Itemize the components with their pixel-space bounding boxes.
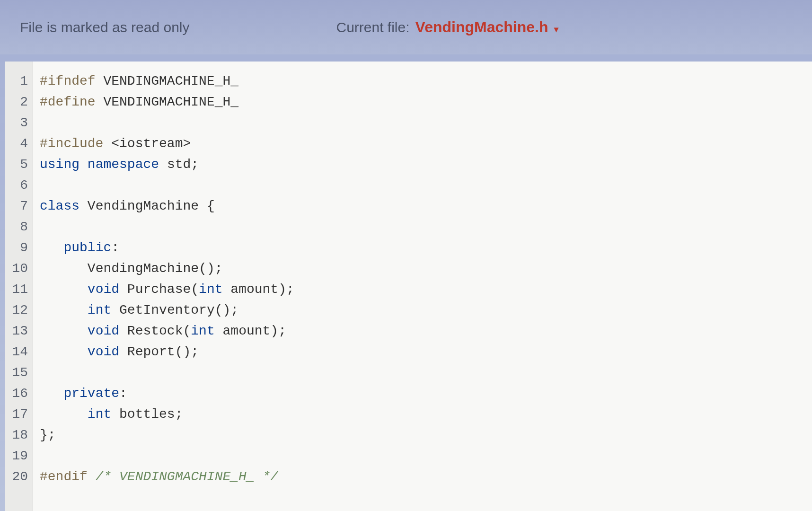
code-token: private: [63, 386, 119, 401]
code-token: Restock: [127, 324, 183, 338]
current-file-section: Current file: VendingMachine.h ▾: [336, 18, 558, 36]
line-number: 5: [9, 154, 28, 175]
chevron-down-icon: ▾: [554, 24, 558, 35]
line-number: 14: [9, 342, 28, 362]
code-token: VendingMachine: [88, 199, 199, 213]
line-number: 1: [9, 71, 28, 92]
code-line: #ifndef VENDINGMACHINE_H_: [40, 71, 805, 92]
line-number-gutter: 1234567891011121314151617181920: [5, 62, 33, 511]
code-line: #endif /* VENDINGMACHINE_H_ */: [40, 467, 805, 487]
line-number: 3: [9, 113, 28, 133]
code-line: void Report();: [40, 342, 805, 362]
current-file-label: Current file:: [336, 19, 409, 35]
code-line: VendingMachine();: [40, 258, 805, 279]
code-token: {: [199, 199, 215, 213]
line-number: 9: [9, 238, 28, 258]
code-token: amount: [223, 282, 279, 297]
code-token: [88, 469, 96, 484]
code-token: [96, 95, 104, 109]
code-token: [79, 199, 88, 213]
code-token: int: [88, 303, 111, 317]
code-token: [40, 261, 88, 276]
code-token: [40, 240, 63, 255]
line-number: 17: [9, 404, 28, 425]
code-token: [119, 324, 127, 338]
code-line: private:: [40, 383, 805, 404]
code-line: class VendingMachine {: [40, 196, 805, 217]
code-token: Purchase: [127, 282, 191, 297]
code-line: [40, 217, 805, 238]
code-token: (: [183, 324, 191, 338]
code-line: [40, 175, 805, 196]
code-line: [40, 113, 805, 133]
current-file-dropdown[interactable]: VendingMachine.h ▾: [415, 18, 559, 36]
header-bar: File is marked as read only Current file…: [0, 0, 812, 54]
code-line: [40, 446, 805, 467]
line-number: 12: [9, 300, 28, 321]
code-token: [119, 282, 127, 297]
line-number: 6: [9, 175, 28, 196]
code-line: #include <iostream>: [40, 133, 805, 154]
line-number: 15: [9, 362, 28, 383]
code-line: int bottles;: [40, 404, 805, 425]
code-line: int GetInventory();: [40, 300, 805, 321]
code-token: #ifndef: [40, 74, 96, 88]
code-token: amount: [215, 324, 271, 338]
code-token: void: [88, 344, 119, 359]
code-token: );: [278, 282, 294, 297]
code-token: [40, 386, 63, 401]
code-token: Report: [127, 344, 175, 359]
code-token: #endif: [40, 469, 88, 484]
code-token: /* VENDINGMACHINE_H_ */: [96, 469, 278, 484]
code-token: [79, 157, 88, 172]
code-token: ();: [215, 303, 238, 317]
code-line: using namespace std;: [40, 154, 805, 175]
code-token: [40, 344, 88, 359]
code-token: void: [88, 282, 119, 297]
line-number: 7: [9, 196, 28, 217]
code-line: #define VENDINGMACHINE_H_: [40, 92, 805, 113]
code-token: [40, 407, 88, 422]
code-line: void Purchase(int amount);: [40, 279, 805, 300]
code-area: #ifndef VENDINGMACHINE_H_#define VENDING…: [33, 62, 812, 511]
code-token: class: [40, 199, 79, 213]
line-number: 8: [9, 217, 28, 238]
code-token: :: [111, 240, 119, 255]
line-number: 16: [9, 383, 28, 404]
code-token: int: [191, 324, 214, 338]
code-token: void: [88, 324, 119, 338]
code-token: ();: [175, 344, 199, 359]
code-token: using: [40, 157, 79, 172]
code-token: [40, 282, 88, 297]
code-token: :: [119, 386, 127, 401]
line-number: 19: [9, 446, 28, 467]
code-line: };: [40, 425, 805, 446]
line-number: 11: [9, 279, 28, 300]
code-token: [111, 303, 119, 317]
line-number: 4: [9, 133, 28, 154]
code-line: [40, 362, 805, 383]
code-token: namespace: [88, 157, 159, 172]
code-token: [119, 344, 127, 359]
code-token: GetInventory: [119, 303, 215, 317]
code-token: [40, 324, 88, 338]
code-token: #include: [40, 136, 103, 151]
readonly-status-label: File is marked as read only: [20, 19, 189, 35]
code-line: void Restock(int amount);: [40, 321, 805, 342]
code-editor: 1234567891011121314151617181920 #ifndef …: [5, 62, 812, 511]
current-file-name-text: VendingMachine.h: [415, 18, 548, 35]
code-token: std: [167, 157, 191, 172]
code-token: public: [63, 240, 111, 255]
line-number: 2: [9, 92, 28, 113]
code-token: <iostream>: [111, 136, 191, 151]
code-token: [103, 136, 111, 151]
code-token: VENDINGMACHINE_H_: [103, 95, 238, 109]
code-token: VendingMachine: [88, 261, 199, 276]
code-token: bottles: [111, 407, 175, 422]
line-number: 18: [9, 425, 28, 446]
code-line: public:: [40, 238, 805, 258]
code-token: #define: [40, 95, 96, 109]
code-token: int: [88, 407, 111, 422]
code-token: ();: [199, 261, 222, 276]
code-token: };: [40, 428, 56, 442]
